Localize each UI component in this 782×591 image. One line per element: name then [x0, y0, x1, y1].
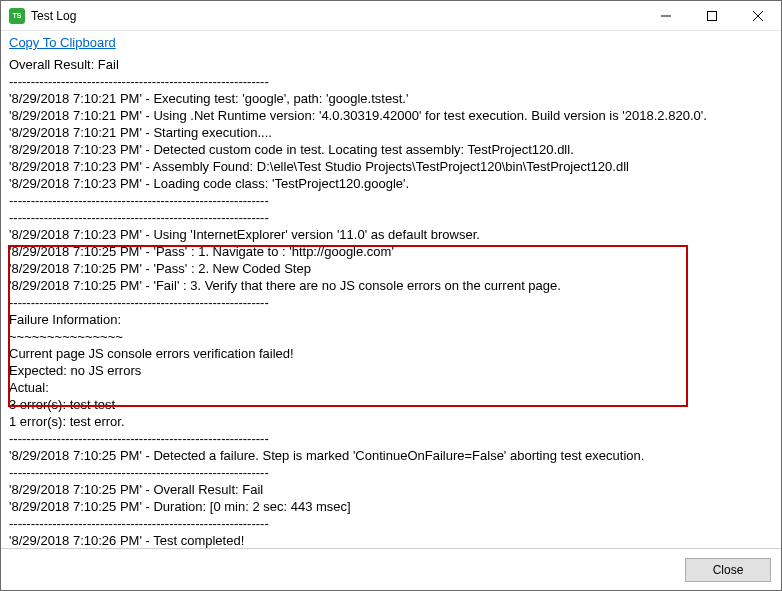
log-line: '8/29/2018 7:10:21 PM' - Using .Net Runt… [9, 107, 773, 124]
log-line: '8/29/2018 7:10:23 PM' - Loading code cl… [9, 175, 773, 192]
log-text[interactable]: Overall Result: Fail--------------------… [9, 56, 773, 548]
footer: Close [1, 548, 781, 590]
log-line: ----------------------------------------… [9, 209, 773, 226]
log-line: '8/29/2018 7:10:25 PM' - 'Pass' : 2. New… [9, 260, 773, 277]
window-buttons [643, 1, 781, 30]
close-button[interactable]: Close [685, 558, 771, 582]
log-line: Actual: [9, 379, 773, 396]
log-line: Overall Result: Fail [9, 56, 773, 73]
maximize-button[interactable] [689, 1, 735, 30]
app-icon [9, 8, 25, 24]
log-line: ----------------------------------------… [9, 430, 773, 447]
toolbar: Copy To Clipboard [1, 31, 781, 52]
window-title: Test Log [31, 9, 643, 23]
log-line: 1 error(s): test error. [9, 413, 773, 430]
log-line: '8/29/2018 7:10:23 PM' - Detected custom… [9, 141, 773, 158]
log-line: '8/29/2018 7:10:25 PM' - 'Pass' : 1. Nav… [9, 243, 773, 260]
test-log-window: Test Log Copy To Clipboard Overall Resul… [0, 0, 782, 591]
copy-to-clipboard-link[interactable]: Copy To Clipboard [9, 35, 116, 50]
close-window-button[interactable] [735, 1, 781, 30]
log-line: '8/29/2018 7:10:26 PM' - Test completed! [9, 532, 773, 548]
log-line: Current page JS console errors verificat… [9, 345, 773, 362]
svg-rect-1 [708, 11, 717, 20]
log-line: '8/29/2018 7:10:25 PM' - Detected a fail… [9, 447, 773, 464]
log-line: ----------------------------------------… [9, 294, 773, 311]
log-line: '8/29/2018 7:10:21 PM' - Executing test:… [9, 90, 773, 107]
log-line: ----------------------------------------… [9, 464, 773, 481]
log-line: Failure Information: [9, 311, 773, 328]
log-line: '8/29/2018 7:10:23 PM' - Using 'Internet… [9, 226, 773, 243]
log-line: '8/29/2018 7:10:25 PM' - 'Fail' : 3. Ver… [9, 277, 773, 294]
minimize-button[interactable] [643, 1, 689, 30]
titlebar: Test Log [1, 1, 781, 31]
log-line: ----------------------------------------… [9, 73, 773, 90]
log-line: '8/29/2018 7:10:25 PM' - Overall Result:… [9, 481, 773, 498]
log-line: '8/29/2018 7:10:23 PM' - Assembly Found:… [9, 158, 773, 175]
log-line: '8/29/2018 7:10:21 PM' - Starting execut… [9, 124, 773, 141]
log-line: ----------------------------------------… [9, 192, 773, 209]
log-line: ~~~~~~~~~~~~~~~ [9, 328, 773, 345]
log-line: 3 error(s): test test [9, 396, 773, 413]
log-line: ----------------------------------------… [9, 515, 773, 532]
log-line: Expected: no JS errors [9, 362, 773, 379]
log-line: '8/29/2018 7:10:25 PM' - Duration: [0 mi… [9, 498, 773, 515]
log-content-area: Overall Result: Fail--------------------… [1, 52, 781, 548]
